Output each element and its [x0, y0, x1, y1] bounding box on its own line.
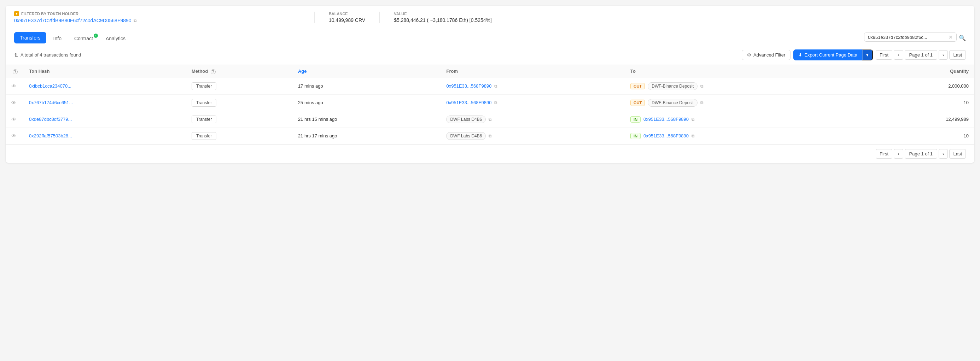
- quantity-value: 2,000,000: [948, 83, 969, 89]
- to-address[interactable]: 0x951E33...568F9890: [643, 117, 689, 122]
- last-page-button-top[interactable]: Last: [949, 50, 966, 60]
- value-label: VALUE: [394, 12, 966, 16]
- filter-icon: ▼: [14, 11, 19, 16]
- from-copy-icon[interactable]: ⧉: [494, 100, 498, 105]
- txn-hash-link[interactable]: 0x292ffaf57503b28...: [29, 133, 72, 138]
- from-address[interactable]: 0x951E33...568F9890: [446, 100, 492, 105]
- token-holder-address[interactable]: 0x951E337d7C2fdB9B80F6cf72c0dAC9D0568F98…: [14, 17, 300, 23]
- bottom-pagination: First ‹ Page 1 of 1 › Last: [876, 149, 966, 158]
- from-cell: 0x951E33...568F9890⧉: [446, 83, 619, 89]
- age-value: 25 mins ago: [298, 100, 323, 105]
- from-copy-icon[interactable]: ⧉: [494, 84, 498, 89]
- table-row: 👁0x292ffaf57503b28...Transfer21 hrs 17 m…: [6, 128, 974, 144]
- tx-count: ⇅ A total of 4 transactions found: [14, 52, 81, 58]
- direction-badge: IN: [630, 116, 641, 123]
- row-eye-icon[interactable]: 👁: [11, 117, 16, 122]
- method-badge: Transfer: [192, 99, 216, 107]
- search-clear-icon[interactable]: ✕: [948, 34, 953, 40]
- to-chip[interactable]: DWF-Binance Deposit: [648, 99, 697, 107]
- export-button-wrapper: ⬇ Export Current Page Data ▾: [793, 49, 873, 60]
- table-footer: First ‹ Page 1 of 1 › Last: [6, 144, 974, 163]
- direction-badge: IN: [630, 133, 641, 139]
- next-page-button-bottom[interactable]: ›: [939, 149, 948, 158]
- to-copy-icon[interactable]: ⧉: [700, 84, 703, 89]
- direction-badge: OUT: [630, 83, 645, 89]
- to-copy-icon[interactable]: ⧉: [700, 100, 703, 105]
- search-input[interactable]: [868, 35, 946, 40]
- search-area: ✕ 🔍: [864, 33, 966, 43]
- row-eye-icon[interactable]: 👁: [11, 100, 16, 106]
- txn-hash-link[interactable]: 0xde87dbc8df3779...: [29, 117, 72, 122]
- copy-address-icon[interactable]: ⧉: [134, 18, 137, 23]
- to-cell: OUTDWF-Binance Deposit⧉: [630, 82, 867, 90]
- from-address[interactable]: 0x951E33...568F9890: [446, 83, 492, 89]
- age-value: 21 hrs 15 mins ago: [298, 117, 337, 122]
- help-icon-txn[interactable]: ?: [13, 69, 18, 74]
- search-button[interactable]: 🔍: [959, 35, 966, 41]
- to-cell: OUTDWF-Binance Deposit⧉: [630, 99, 867, 107]
- age-value: 17 mins ago: [298, 83, 323, 89]
- to-chip[interactable]: DWF-Binance Deposit: [648, 82, 697, 90]
- direction-badge: OUT: [630, 100, 645, 106]
- table-body: 👁0xfbcb1cca234070...Transfer17 mins ago0…: [6, 78, 974, 144]
- row-eye-icon[interactable]: 👁: [11, 83, 16, 89]
- prev-page-button-bottom[interactable]: ‹: [894, 149, 903, 158]
- help-icon-method[interactable]: ?: [211, 69, 216, 74]
- table-row: 👁0x767b174d6cc651...Transfer25 mins ago0…: [6, 94, 974, 111]
- tabs-left: Transfers Info Contract ✓ Analytics: [14, 32, 131, 45]
- col-to: To: [625, 65, 873, 78]
- tab-contract[interactable]: Contract ✓: [68, 33, 99, 44]
- quantity-value: 10: [964, 133, 969, 138]
- from-cell: DWF Labs D4B6⧉: [446, 116, 619, 123]
- advanced-filter-button[interactable]: ⚙ Advanced Filter: [742, 50, 791, 60]
- balance-value: 10,499,989 CRV: [329, 17, 365, 23]
- prev-page-button-top[interactable]: ‹: [894, 50, 903, 60]
- page-info-bottom: Page 1 of 1: [905, 149, 937, 158]
- page-info-top: Page 1 of 1: [905, 50, 937, 60]
- from-chip[interactable]: DWF Labs D4B6: [446, 116, 486, 123]
- from-chip[interactable]: DWF Labs D4B6: [446, 132, 486, 140]
- tab-info[interactable]: Info: [48, 33, 67, 44]
- export-button[interactable]: ⬇ Export Current Page Data: [793, 49, 862, 60]
- last-page-button-bottom[interactable]: Last: [949, 149, 966, 158]
- table-head: ? Txn Hash Method ? Age From To Quantity: [6, 65, 974, 78]
- export-dropdown-button[interactable]: ▾: [862, 49, 873, 60]
- from-copy-icon[interactable]: ⧉: [488, 117, 492, 122]
- header-section: ▼ FILTERED BY TOKEN HOLDER 0x951E337d7C2…: [6, 6, 974, 29]
- first-page-button-bottom[interactable]: First: [876, 149, 892, 158]
- first-page-button-top[interactable]: First: [876, 50, 892, 60]
- col-eye: ?: [6, 65, 23, 78]
- main-container: ▼ FILTERED BY TOKEN HOLDER 0x951E337d7C2…: [6, 6, 974, 163]
- txn-hash-link[interactable]: 0xfbcb1cca234070...: [29, 83, 72, 89]
- to-copy-icon[interactable]: ⧉: [692, 117, 695, 122]
- from-cell: 0x951E33...568F9890⧉: [446, 100, 619, 105]
- txn-hash-link[interactable]: 0x767b174d6cc651...: [29, 100, 73, 105]
- balance-label: BALANCE: [329, 12, 365, 16]
- tab-analytics[interactable]: Analytics: [100, 33, 131, 44]
- row-eye-icon[interactable]: 👁: [11, 133, 16, 139]
- quantity-value: 10: [964, 100, 969, 105]
- tabs-bar: Transfers Info Contract ✓ Analytics ✕ 🔍: [6, 29, 974, 45]
- contract-check-badge: ✓: [94, 33, 98, 38]
- search-bar: ✕: [864, 33, 957, 42]
- from-cell: DWF Labs D4B6⧉: [446, 132, 619, 140]
- next-page-button-top[interactable]: ›: [939, 50, 948, 60]
- col-txn-hash: Txn Hash: [23, 65, 186, 78]
- sort-icon: ⇅: [14, 52, 18, 58]
- filter-label: ▼ FILTERED BY TOKEN HOLDER: [14, 11, 300, 16]
- filter-section: ▼ FILTERED BY TOKEN HOLDER 0x951E337d7C2…: [14, 11, 300, 23]
- table-row: 👁0xde87dbc8df3779...Transfer21 hrs 15 mi…: [6, 111, 974, 128]
- method-badge: Transfer: [192, 116, 216, 123]
- to-copy-icon[interactable]: ⧉: [692, 133, 695, 138]
- col-from: From: [441, 65, 625, 78]
- to-address[interactable]: 0x951E33...568F9890: [643, 133, 689, 138]
- tab-transfers[interactable]: Transfers: [14, 32, 46, 43]
- table-row: 👁0xfbcb1cca234070...Transfer17 mins ago0…: [6, 78, 974, 94]
- value-section: VALUE $5,288,446.21 ( ~3,180.1786 Eth) […: [379, 12, 966, 23]
- table-controls-row: ⇅ A total of 4 transactions found ⚙ Adva…: [6, 45, 974, 65]
- download-icon: ⬇: [798, 52, 802, 58]
- from-copy-icon[interactable]: ⧉: [488, 133, 492, 138]
- quantity-value: 12,499,989: [946, 117, 969, 122]
- method-badge: Transfer: [192, 132, 216, 140]
- table-controls: ⚙ Advanced Filter ⬇ Export Current Page …: [742, 49, 966, 60]
